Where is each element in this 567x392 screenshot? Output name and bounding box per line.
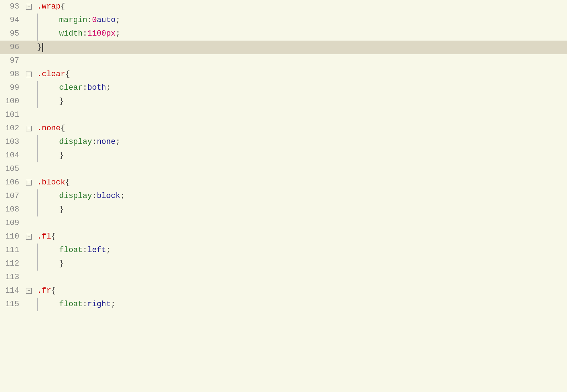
line-number: 101 (0, 108, 26, 122)
fold-icon[interactable]: − (26, 234, 32, 240)
code-content: clear: both; (34, 81, 567, 95)
code-line: 112} (0, 257, 567, 271)
fold-gutter (26, 257, 34, 271)
line-number: 104 (0, 149, 26, 162)
code-content: margin: 0 auto; (34, 14, 567, 27)
token-punct: : (92, 136, 97, 148)
token-punct: } (59, 95, 64, 108)
fold-gutter (26, 216, 34, 230)
token-punct: { (65, 68, 70, 80)
token-punct: ; (120, 190, 125, 202)
indent-guide (37, 244, 38, 257)
token-punct: : (83, 82, 87, 94)
fold-gutter (26, 135, 34, 149)
fold-gutter[interactable]: − (26, 0, 34, 14)
fold-gutter[interactable]: − (26, 230, 34, 244)
fold-gutter (26, 27, 34, 41)
token-punct: ; (106, 244, 111, 256)
code-line: 102−.none { (0, 122, 567, 135)
token-punct: { (51, 285, 56, 297)
token-punct: { (61, 1, 65, 13)
token-prop: margin (59, 14, 87, 26)
code-line: 95width: 1100px; (0, 27, 567, 41)
token-punct: : (83, 244, 87, 256)
fold-gutter[interactable]: − (26, 176, 34, 189)
token-cls: .fr (37, 285, 51, 297)
line-number: 99 (0, 81, 26, 95)
token-punct: } (59, 150, 64, 162)
line-number: 108 (0, 203, 26, 216)
code-content: .fl { (34, 230, 567, 244)
token-cls: .clear (37, 68, 65, 80)
token-punct: : (83, 298, 87, 310)
code-content: float: right; (34, 298, 567, 311)
fold-gutter (26, 108, 34, 122)
token-val-kw: left (87, 244, 106, 256)
indent-guide (37, 95, 38, 108)
code-line: 94margin: 0 auto; (0, 14, 567, 27)
code-content (34, 108, 567, 122)
fold-gutter (26, 14, 34, 27)
token-cls: .fl (37, 231, 51, 243)
code-content: } (34, 95, 567, 108)
indent-guide (37, 27, 38, 41)
code-content: display: block; (34, 189, 567, 203)
fold-icon[interactable]: − (26, 288, 32, 294)
token-prop: float (59, 298, 83, 310)
indent-guide (37, 135, 38, 149)
indent-guide (37, 298, 38, 311)
line-number: 94 (0, 14, 26, 27)
token-val-num: 1100px (87, 28, 115, 40)
code-line: 115float: right; (0, 298, 567, 311)
fold-icon[interactable]: − (26, 180, 32, 185)
indent-guide (37, 14, 38, 27)
fold-gutter[interactable]: − (26, 122, 34, 135)
token-punct: ; (115, 28, 120, 40)
code-content: } (34, 257, 567, 271)
code-line: 97 (0, 54, 567, 68)
token-punct: } (59, 258, 64, 270)
token-punct: : (92, 190, 97, 202)
code-content: .block { (34, 176, 567, 189)
code-line: 111float: left; (0, 244, 567, 257)
code-line: 108} (0, 203, 567, 216)
code-line: 98−.clear { (0, 68, 567, 81)
fold-icon[interactable]: − (26, 126, 32, 131)
indent-guide (37, 203, 38, 216)
indent-guide (37, 81, 38, 95)
line-number: 114 (0, 284, 26, 298)
fold-gutter (26, 81, 34, 95)
token-punct: ; (115, 136, 120, 148)
token-val-kw: both (87, 82, 106, 94)
code-content: } (34, 149, 567, 162)
line-number: 105 (0, 162, 26, 176)
token-punct: ; (106, 82, 111, 94)
fold-gutter (26, 244, 34, 257)
fold-gutter[interactable]: − (26, 284, 34, 298)
indent-guide (37, 257, 38, 271)
text-cursor (42, 43, 43, 52)
code-content (34, 162, 567, 176)
code-editor[interactable]: 93−.wrap {94margin: 0 auto;95width: 1100… (0, 0, 567, 392)
code-line: 109 (0, 216, 567, 230)
code-line: 104} (0, 149, 567, 162)
token-val-kw: none (97, 136, 116, 148)
line-number: 93 (0, 0, 26, 14)
token-cls: .wrap (37, 1, 61, 13)
fold-icon[interactable]: − (26, 4, 32, 10)
fold-gutter (26, 41, 34, 54)
line-number: 112 (0, 257, 26, 271)
fold-gutter (26, 95, 34, 108)
fold-icon[interactable]: − (26, 72, 32, 77)
fold-gutter (26, 189, 34, 203)
token-val-kw: right (87, 298, 111, 310)
line-number: 103 (0, 135, 26, 149)
token-prop: display (59, 136, 92, 148)
token-punct: } (37, 41, 42, 53)
code-content: .fr { (34, 284, 567, 298)
fold-gutter[interactable]: − (26, 68, 34, 81)
line-number: 95 (0, 27, 26, 41)
code-line: 103display: none; (0, 135, 567, 149)
fold-gutter (26, 54, 34, 68)
line-number: 102 (0, 122, 26, 135)
